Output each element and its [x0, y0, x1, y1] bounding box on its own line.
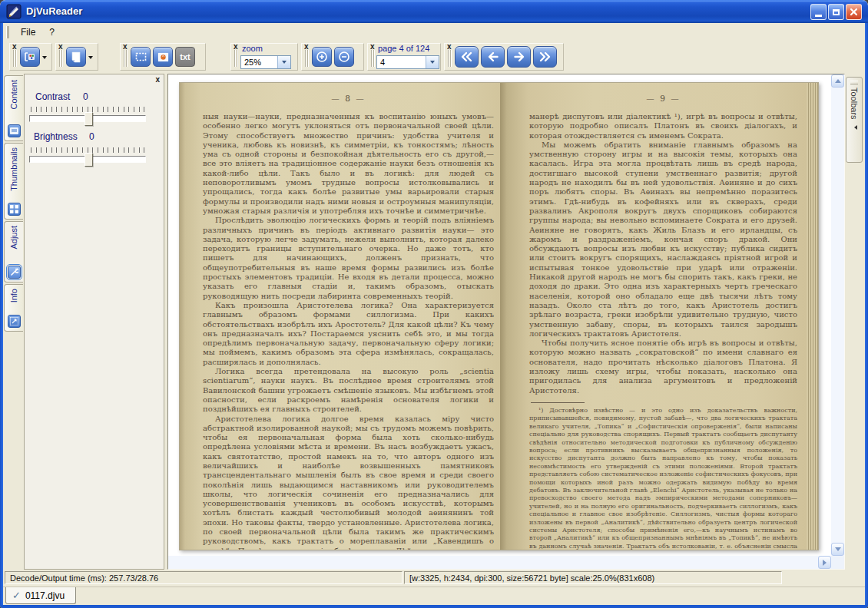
page-edges [807, 83, 818, 550]
close-panel-icon[interactable]: x [155, 76, 160, 84]
toolbar-grip[interactable] [448, 50, 452, 67]
toolbar-group-layout: x [55, 43, 98, 71]
zoom-combobox[interactable]: 25% [240, 55, 291, 69]
title-bar[interactable]: DjVuReader [0, 0, 868, 23]
vertical-scrollbar[interactable] [831, 74, 844, 556]
scroll-down-button[interactable] [831, 543, 844, 556]
window-title: DjVuReader [26, 0, 82, 23]
minimize-button[interactable] [810, 4, 827, 20]
scroll-right-button[interactable] [818, 556, 831, 569]
close-icon [850, 8, 858, 16]
page-paragraph: Логика всегда претендовала на высокую ро… [203, 367, 494, 414]
menu-help[interactable]: ? [42, 25, 61, 39]
window-border-bottom [0, 605, 868, 608]
contrast-slider-thumb[interactable] [84, 112, 93, 126]
page-combo-dropdown-icon[interactable] [426, 56, 439, 68]
menu-grip[interactable] [6, 26, 9, 38]
last-page-icon [538, 51, 552, 62]
file-tab[interactable]: ✓ 0117.djvu [5, 587, 76, 604]
decode-mode-dropdown-icon[interactable] [42, 56, 47, 61]
menu-bar: File ? [3, 23, 865, 41]
tab-label: Info [9, 289, 18, 302]
toolbar: x x [3, 41, 865, 74]
contrast-slider[interactable] [29, 115, 146, 122]
window-border-right [865, 23, 868, 608]
contrast-value: 0 [83, 91, 88, 102]
next-page-button[interactable] [507, 46, 531, 68]
file-tab-bar: ✓ 0117.djvu [3, 587, 865, 606]
tab-label: Content [9, 80, 18, 110]
zoom-in-button[interactable] [312, 47, 332, 67]
left-tab-strip: Content Thumbnails Adjust Info [3, 74, 24, 570]
book-spread[interactable]: — 8 — ныя науки—науки, предназначенныя к… [179, 82, 819, 550]
toolbar-grip[interactable] [13, 50, 17, 67]
app-window: DjVuReader File ? x [0, 0, 868, 608]
toolbar-grip[interactable] [234, 50, 238, 67]
last-page-button[interactable] [533, 46, 557, 68]
page-number-combobox[interactable]: 4 [376, 55, 439, 69]
info-icon [8, 315, 21, 328]
adjust-panel: x Contrast 0 Brightness 0 [24, 74, 164, 570]
page-number-value[interactable]: 4 [377, 56, 426, 68]
tab-label: Adjust [9, 226, 18, 249]
toolbar-group-decode: x [9, 43, 52, 71]
image-mode-button[interactable] [153, 47, 173, 67]
content-icon [8, 124, 21, 137]
toolbar-group-mode: x txt [120, 43, 206, 71]
page-layout-dropdown-icon[interactable] [88, 56, 93, 61]
arrow-down-icon [835, 547, 841, 554]
sidebar-tab-content[interactable]: Content [4, 75, 23, 141]
sidebar-tab-thumbnails[interactable]: Thumbnails [4, 143, 23, 220]
toolbar-grip[interactable] [305, 50, 309, 67]
sidebar-tab-adjust[interactable]: Adjust [4, 221, 23, 283]
page-layout-icon [71, 51, 81, 63]
toolbars-tab-arrow-icon [852, 125, 857, 130]
toolbar-group-zoom: x zoom 25% [230, 43, 298, 71]
adjust-icon [8, 266, 21, 279]
toolbar-grip[interactable] [59, 50, 63, 67]
right-tab-strip: Toolbars [845, 74, 865, 570]
scrollbar-corner [831, 556, 844, 569]
toolbar-group-zoom-buttons: x [301, 43, 364, 71]
toolbar-group-page: x page 4 of 124 4 [367, 43, 441, 71]
toolbar-grip[interactable] [124, 50, 128, 67]
toolbar-group-navigation: x [444, 43, 564, 71]
image-mode-icon [157, 52, 169, 62]
brightness-slider[interactable] [29, 156, 146, 163]
page-layout-button[interactable] [66, 47, 86, 67]
zoom-value[interactable]: 25% [241, 56, 277, 68]
contrast-label: Contrast [35, 91, 70, 102]
toolbars-tab-label: Toolbars [850, 88, 859, 120]
menu-file[interactable]: File [14, 25, 42, 39]
text-mode-button[interactable]: txt [175, 47, 195, 67]
zoom-combo-dropdown-icon[interactable] [277, 56, 290, 68]
zoom-out-button[interactable] [334, 47, 354, 67]
sidebar-tab-info[interactable]: Info [4, 284, 23, 332]
decode-mode-button[interactable] [20, 47, 40, 67]
file-tab-label: 0117.djvu [25, 590, 65, 601]
page-paragraph: Аристотелева логика долгое время казалас… [203, 415, 494, 550]
select-region-button[interactable] [131, 47, 151, 67]
footnote-rule [531, 402, 585, 403]
zoom-out-icon [338, 51, 350, 63]
page-paragraph: манерѣ диспутовъ или діалектикѣ ¹), игрѣ… [529, 112, 797, 140]
previous-page-icon [487, 51, 499, 62]
close-button[interactable] [846, 4, 862, 20]
maximize-button[interactable] [828, 4, 844, 20]
zoom-in-icon [316, 51, 328, 63]
thumbnails-icon [8, 203, 21, 216]
horizontal-scrollbar[interactable] [168, 556, 831, 569]
page-header: — 9 — [529, 94, 797, 103]
previous-page-button[interactable] [481, 46, 505, 68]
first-page-button[interactable] [455, 46, 479, 68]
scanned-page-left: — 8 — ныя науки—науки, предназначенныя к… [180, 83, 500, 550]
toolbars-tab-grip [850, 81, 858, 84]
first-page-icon [460, 51, 473, 62]
brightness-slider-thumb[interactable] [84, 153, 93, 167]
toolbar-grip[interactable] [371, 50, 375, 67]
scroll-up-button[interactable] [831, 74, 844, 88]
brightness-value: 0 [89, 131, 94, 142]
toolbars-tab[interactable]: Toolbars [846, 77, 863, 163]
status-decode-time: Decode/Output time (ms): 257.73/28.76 [5, 571, 403, 584]
page-paragraph: Какъ произошла Аристотелева логика? Она … [203, 301, 494, 367]
